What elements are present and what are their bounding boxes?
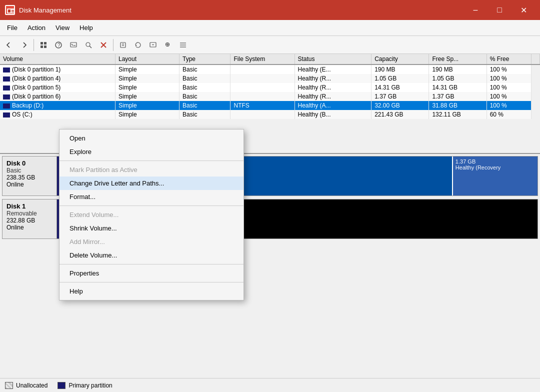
disk-0-name: Disk 0 bbox=[6, 160, 52, 167]
table-row[interactable]: OS (C:)SimpleBasicHealthy (B...221.43 GB… bbox=[0, 110, 540, 119]
table-row[interactable]: Backup (D:)SimpleBasicNTFSHealthy (A...3… bbox=[0, 101, 540, 110]
context-menu: OpenExploreMark Partition as ActiveChang… bbox=[59, 129, 244, 300]
legend-unalloc-box bbox=[5, 382, 13, 389]
context-menu-separator bbox=[60, 282, 244, 282]
table-cell: Backup (D:) bbox=[0, 101, 115, 110]
vol-icon bbox=[3, 94, 10, 100]
table-cell: Healthy (R... bbox=[294, 74, 372, 83]
col-capacity[interactable]: Capacity bbox=[372, 54, 429, 64]
col-pctfree[interactable]: % Free bbox=[486, 54, 532, 64]
window-controls: – □ ✕ bbox=[464, 0, 535, 20]
volume-table: Volume Layout Type File System Status Ca… bbox=[0, 54, 540, 119]
delete-button[interactable] bbox=[96, 38, 110, 52]
context-menu-item-mark-partition-as-active: Mark Partition as Active bbox=[60, 163, 244, 176]
disk-0-type: Basic bbox=[6, 167, 52, 174]
vol-icon bbox=[3, 112, 10, 118]
title-bar: Disk Management – □ ✕ bbox=[0, 0, 540, 20]
context-menu-item-add-mirror...: Add Mirror... bbox=[60, 235, 244, 248]
svg-rect-2 bbox=[12, 10, 14, 11]
table-row[interactable]: (Disk 0 partition 6)SimpleBasicHealthy (… bbox=[0, 92, 540, 101]
search-button[interactable] bbox=[82, 38, 96, 52]
part-size: 1.37 GB bbox=[456, 158, 476, 164]
disk-0-status: Online bbox=[6, 181, 52, 188]
col-layout[interactable]: Layout bbox=[115, 54, 179, 64]
context-menu-item-delete-volume...[interactable]: Delete Volume... bbox=[60, 248, 244, 262]
svg-rect-10 bbox=[70, 42, 76, 47]
refresh-button[interactable] bbox=[131, 38, 145, 52]
list-button[interactable] bbox=[176, 38, 190, 52]
table-cell: Basic bbox=[180, 64, 230, 74]
table-cell: Basic bbox=[180, 101, 230, 110]
table-cell: 60 % bbox=[486, 110, 532, 119]
context-menu-item-properties[interactable]: Properties bbox=[60, 266, 244, 280]
console-button[interactable] bbox=[66, 38, 80, 52]
table-row[interactable]: (Disk 0 partition 5)SimpleBasicHealthy (… bbox=[0, 83, 540, 92]
magnify-button[interactable] bbox=[161, 38, 175, 52]
vol-icon bbox=[3, 76, 10, 82]
forward-button[interactable] bbox=[17, 38, 31, 52]
context-menu-item-extend-volume...: Extend Volume... bbox=[60, 208, 244, 222]
context-menu-separator bbox=[60, 264, 244, 264]
table-cell: (Disk 0 partition 6) bbox=[0, 92, 115, 101]
table-row[interactable]: (Disk 0 partition 4)SimpleBasicHealthy (… bbox=[0, 74, 540, 83]
col-free[interactable]: Free Sp... bbox=[429, 54, 486, 64]
table-cell: OS (C:) bbox=[0, 110, 115, 119]
col-volume[interactable]: Volume bbox=[0, 54, 115, 64]
table-cell: 132.11 GB bbox=[429, 110, 486, 119]
table-cell: 1.37 GB bbox=[429, 92, 486, 101]
table-cell: Healthy (B... bbox=[294, 110, 372, 119]
col-status[interactable]: Status bbox=[294, 54, 372, 64]
vol-icon bbox=[3, 104, 10, 108]
table-cell: Simple bbox=[115, 101, 179, 110]
view-button[interactable] bbox=[36, 38, 50, 52]
context-menu-item-format...[interactable]: Format... bbox=[60, 190, 244, 204]
disk-0-part-4[interactable]: 1.37 GB Healthy (Recovery bbox=[453, 156, 538, 196]
maximize-button[interactable]: □ bbox=[488, 0, 511, 20]
table-cell: (Disk 0 partition 4) bbox=[0, 74, 115, 83]
table-cell: Healthy (A... bbox=[294, 101, 372, 110]
app-icon bbox=[5, 5, 15, 15]
col-filesystem[interactable]: File System bbox=[230, 54, 294, 64]
context-menu-item-open[interactable]: Open bbox=[60, 132, 244, 145]
context-menu-separator bbox=[60, 206, 244, 206]
table-cell: Simple bbox=[115, 110, 179, 119]
menu-file[interactable]: File bbox=[2, 22, 22, 34]
table-cell: Healthy (R... bbox=[294, 92, 372, 101]
table-cell: 1.37 GB bbox=[372, 92, 429, 101]
back-button[interactable] bbox=[2, 38, 16, 52]
table-cell: 1.05 GB bbox=[429, 74, 486, 83]
legend-primary: Primary partition bbox=[58, 382, 112, 389]
table-cell: 190 MB bbox=[429, 64, 486, 74]
context-menu-item-shrink-volume...[interactable]: Shrink Volume... bbox=[60, 222, 244, 235]
menu-view[interactable]: View bbox=[50, 22, 74, 34]
table-cell bbox=[230, 74, 294, 83]
context-menu-item-help[interactable]: Help bbox=[60, 284, 244, 298]
svg-text:?: ? bbox=[58, 42, 60, 48]
context-menu-item-change-drive-letter-and-paths...[interactable]: Change Drive Letter and Paths... bbox=[60, 176, 244, 190]
disk-0-label: Disk 0 Basic 238.35 GB Online bbox=[2, 156, 57, 196]
properties-button[interactable] bbox=[116, 38, 130, 52]
disk-0-size: 238.35 GB bbox=[6, 174, 52, 181]
close-button[interactable]: ✕ bbox=[512, 0, 535, 20]
legend-unallocated: Unallocated bbox=[5, 382, 48, 389]
svg-line-11 bbox=[72, 44, 73, 46]
context-menu-item-explore[interactable]: Explore bbox=[60, 145, 244, 158]
legend-unalloc-label: Unallocated bbox=[16, 382, 48, 389]
col-type[interactable]: Type bbox=[180, 54, 230, 64]
menu-help[interactable]: Help bbox=[74, 22, 98, 34]
legend: Unallocated Primary partition bbox=[0, 378, 540, 392]
toolbar: ? bbox=[0, 36, 540, 54]
table-cell: Simple bbox=[115, 64, 179, 74]
add-button[interactable] bbox=[146, 38, 160, 52]
table-cell: 32.00 GB bbox=[372, 101, 429, 110]
table-cell: NTFS bbox=[230, 101, 294, 110]
help-button[interactable]: ? bbox=[52, 38, 66, 52]
minimize-button[interactable]: – bbox=[464, 0, 487, 20]
table-cell: Simple bbox=[115, 92, 179, 101]
table-cell: (Disk 0 partition 1) bbox=[0, 64, 115, 74]
menu-action[interactable]: Action bbox=[22, 22, 50, 34]
disk-1-label: Disk 1 Removable 232.88 GB Online bbox=[2, 199, 57, 239]
table-row[interactable]: (Disk 0 partition 1)SimpleBasicHealthy (… bbox=[0, 64, 540, 74]
app-title: Disk Management bbox=[19, 6, 72, 14]
legend-primary-label: Primary partition bbox=[68, 382, 112, 389]
